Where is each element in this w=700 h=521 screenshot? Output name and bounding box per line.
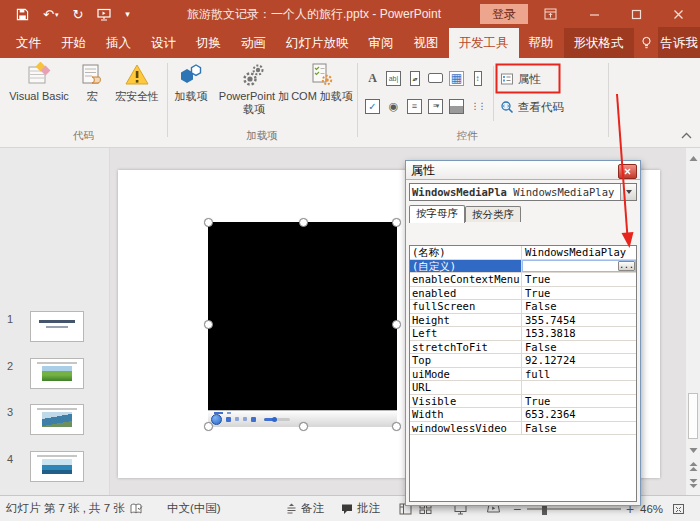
property-row[interactable]: (名称)WindowsMediaPlay: [410, 246, 636, 260]
ribbon-tab-file[interactable]: 文件: [6, 28, 51, 58]
property-name[interactable]: (自定义): [410, 260, 522, 273]
properties-button[interactable]: 属性: [500, 68, 541, 90]
image-control-icon[interactable]: ▦: [449, 71, 464, 86]
property-value[interactable]: 355.7454: [522, 314, 636, 327]
comments-button[interactable]: 批注: [341, 496, 380, 521]
ellipsis-button[interactable]: ...: [618, 261, 635, 271]
media-previous-icon[interactable]: [235, 417, 239, 421]
sign-in-button[interactable]: 登录: [480, 4, 528, 24]
media-next-icon[interactable]: [243, 417, 247, 421]
toggle-button-control-icon[interactable]: [449, 99, 464, 114]
ribbon-tab-contextual[interactable]: 形状格式: [564, 28, 634, 58]
property-row[interactable]: windowlessVideoFalse: [410, 422, 636, 436]
ribbon-tab-active[interactable]: 开发工具: [449, 28, 519, 58]
property-value[interactable]: True: [522, 273, 636, 286]
property-value[interactable]: 153.3818: [522, 327, 636, 340]
property-value[interactable]: True: [522, 287, 636, 300]
property-value[interactable]: [522, 381, 636, 394]
property-row[interactable]: uiModefull: [410, 368, 636, 382]
macro-security-button[interactable]: 宏安全性: [110, 62, 164, 103]
property-value[interactable]: True: [522, 395, 636, 408]
property-value[interactable]: False: [522, 300, 636, 313]
scroll-bar-control-icon[interactable]: ↕: [474, 71, 482, 86]
property-name[interactable]: fullScreen: [410, 300, 522, 313]
notes-button[interactable]: 备注: [286, 496, 324, 521]
option-button-control-icon[interactable]: ◉: [386, 99, 401, 114]
tab-categorized[interactable]: 按分类序: [465, 206, 521, 222]
property-row[interactable]: URL: [410, 381, 636, 395]
check-box-control-icon[interactable]: ✓: [365, 99, 380, 114]
media-video-area[interactable]: [208, 222, 397, 410]
scrollbar-thumb[interactable]: [688, 393, 698, 439]
property-name[interactable]: Visible: [410, 395, 522, 408]
property-row[interactable]: VisibleTrue: [410, 395, 636, 409]
media-mute-icon[interactable]: [251, 417, 256, 422]
property-row[interactable]: Height355.7454: [410, 314, 636, 328]
resize-handle-top-left[interactable]: [204, 218, 213, 227]
resize-handle-middle-left[interactable]: [204, 320, 213, 329]
property-name[interactable]: enableContextMenu: [410, 273, 522, 286]
scroll-down-icon[interactable]: [688, 443, 699, 457]
fit-to-window-icon[interactable]: [672, 496, 685, 521]
ribbon-tab-1[interactable]: 开始: [51, 28, 96, 58]
ribbon-tab-tellme[interactable]: 告诉我: [634, 28, 700, 58]
property-row[interactable]: (自定义)...: [410, 260, 636, 274]
property-row[interactable]: enabledTrue: [410, 287, 636, 301]
property-value[interactable]: 92.12724: [522, 354, 636, 367]
ribbon-tab-6[interactable]: 幻灯片放映: [276, 28, 359, 58]
resize-handle-middle-right[interactable]: [392, 320, 401, 329]
resize-handle-top-right[interactable]: [392, 218, 401, 227]
slide-thumbnail-4[interactable]: 4: [0, 451, 110, 491]
property-name[interactable]: URL: [410, 381, 522, 394]
property-value[interactable]: WindowsMediaPlay: [522, 246, 636, 259]
collapse-ribbon-icon[interactable]: [681, 128, 692, 142]
slide-thumbnail-1[interactable]: 1: [0, 311, 110, 351]
slide-thumbnail-2[interactable]: 2: [0, 358, 110, 398]
chevron-down-icon[interactable]: [620, 184, 636, 200]
text-box-control-icon[interactable]: ab|: [386, 71, 401, 86]
resize-handle-bottom-right[interactable]: [392, 422, 401, 431]
property-name[interactable]: enabled: [410, 287, 522, 300]
property-row[interactable]: stretchToFitFalse: [410, 341, 636, 355]
spell-check-icon[interactable]: [130, 496, 143, 521]
language-indicator[interactable]: 中文(中国): [167, 496, 221, 521]
property-row[interactable]: fullScreenFalse: [410, 300, 636, 314]
minimize-icon[interactable]: [578, 0, 610, 28]
property-name[interactable]: stretchToFit: [410, 341, 522, 354]
list-box-control-icon[interactable]: ≡: [407, 99, 422, 114]
resize-handle-bottom-middle[interactable]: [299, 422, 308, 431]
next-slide-icon[interactable]: [688, 478, 699, 492]
redo-icon[interactable]: ↻: [72, 8, 83, 21]
property-row[interactable]: Width653.2364: [410, 408, 636, 422]
media-stop-icon[interactable]: [226, 417, 231, 422]
slide-thumbnail-preview[interactable]: [30, 404, 84, 435]
property-row[interactable]: Top92.12724: [410, 354, 636, 368]
command-button-control-icon[interactable]: [428, 73, 443, 83]
resize-handle-top-middle[interactable]: [299, 218, 308, 227]
view-code-button[interactable]: 查看代码: [500, 96, 564, 118]
object-selector-dropdown[interactable]: WindowsMediaPla WindowsMediaPlay: [409, 183, 637, 201]
visual-basic-button[interactable]: Visual Basic: [6, 62, 72, 103]
zoom-level[interactable]: 46%: [640, 496, 663, 521]
close-icon[interactable]: [662, 0, 694, 28]
property-value[interactable]: full: [522, 368, 636, 381]
previous-slide-icon[interactable]: [688, 461, 699, 475]
property-value[interactable]: False: [522, 422, 636, 435]
more-controls-control-icon[interactable]: ⋮⋮: [470, 99, 485, 114]
property-name[interactable]: Top: [410, 354, 522, 367]
combo-box-control-icon[interactable]: ≡▾: [428, 99, 443, 114]
properties-close-icon[interactable]: [618, 164, 637, 179]
ribbon-tab-10[interactable]: 帮助: [519, 28, 564, 58]
label-control-icon[interactable]: A: [365, 71, 380, 86]
properties-window-titlebar[interactable]: 属性: [406, 161, 640, 180]
com-add-ins-button[interactable]: COM 加载项: [288, 62, 356, 103]
ribbon-tab-5[interactable]: 动画: [231, 28, 276, 58]
property-name[interactable]: windowlessVideo: [410, 422, 522, 435]
slide-thumbnail-3[interactable]: 3: [0, 404, 110, 444]
media-volume-slider[interactable]: [264, 418, 290, 421]
slide-thumbnail-preview[interactable]: [30, 451, 84, 482]
property-name[interactable]: Width: [410, 408, 522, 421]
add-ins-button[interactable]: 加载项: [172, 62, 210, 103]
maximize-icon[interactable]: [620, 0, 652, 28]
media-seek-bar[interactable]: [214, 412, 223, 414]
